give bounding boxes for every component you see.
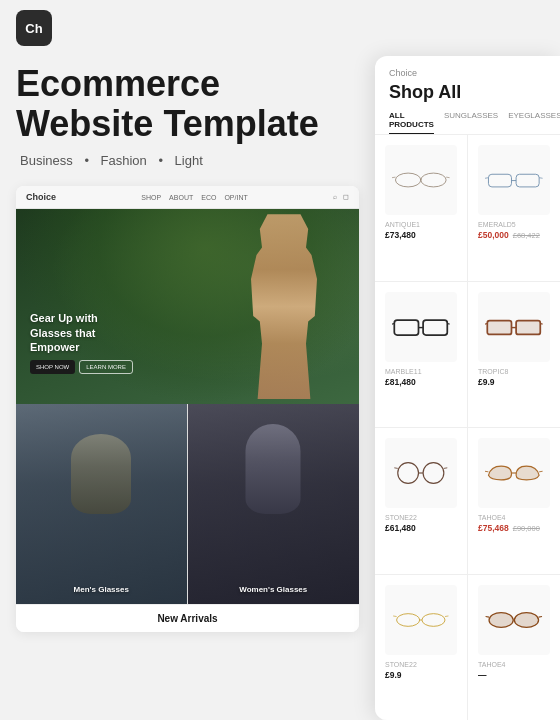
svg-point-29 xyxy=(422,613,445,626)
product-image xyxy=(385,292,457,362)
mens-label: Men's Glasses xyxy=(74,585,129,594)
womens-section[interactable]: Women's Glasses xyxy=(188,404,360,604)
left-panel: EcommerceWebsite Template Business • Fas… xyxy=(0,56,375,720)
preview-bottom-row: Men's Glasses Women's Glasses xyxy=(16,404,359,604)
preview-action-search[interactable]: ⌕ xyxy=(333,193,337,201)
hero-buttons: SHOP NOW LEARN MORE xyxy=(30,360,133,374)
preview-action-bag[interactable]: ◻ xyxy=(343,193,349,201)
preview-nav-about: ABOUT xyxy=(169,194,193,201)
preview-nav-eco: ECO xyxy=(201,194,216,201)
new-arrivals-title: New Arrivals xyxy=(30,613,345,624)
svg-line-24 xyxy=(444,468,447,469)
list-item[interactable]: TAHOE4 £75,468 £90,000 xyxy=(468,428,560,574)
svg-rect-11 xyxy=(423,320,447,335)
product-price-row: £50,000 £68,422 xyxy=(478,230,550,240)
app-logo[interactable]: Ch xyxy=(16,10,52,46)
tab-all-products[interactable]: ALL PRODUCTS xyxy=(389,111,434,134)
svg-line-19 xyxy=(540,323,542,324)
products-grid: ANTIQUE1 £73,480 EMERALD5 xyxy=(375,135,560,720)
svg-line-14 xyxy=(447,323,449,324)
list-item[interactable]: EMERALD5 £50,000 £68,422 xyxy=(468,135,560,281)
svg-point-21 xyxy=(423,463,444,484)
svg-line-9 xyxy=(539,178,542,179)
product-image xyxy=(478,145,550,215)
svg-line-37 xyxy=(539,616,542,617)
list-item[interactable]: ANTIQUE1 £73,480 xyxy=(375,135,467,281)
svg-line-26 xyxy=(485,471,488,472)
product-sale-price: £75,468 xyxy=(478,523,509,533)
preview-hero: Gear Up withGlasses thatEmpower SHOP NOW… xyxy=(16,209,359,404)
svg-line-36 xyxy=(486,616,489,617)
product-price-row: £61,480 xyxy=(385,523,457,533)
mens-section[interactable]: Men's Glasses xyxy=(16,404,188,604)
svg-line-3 xyxy=(392,177,395,178)
list-item[interactable]: TROPIC8 £9.9 xyxy=(468,282,560,428)
tag-sep-1: • xyxy=(84,153,92,168)
svg-line-13 xyxy=(392,323,394,324)
list-item[interactable]: STONE22 £9.9 xyxy=(375,575,467,721)
svg-rect-5 xyxy=(489,174,512,187)
list-item[interactable]: TAHOE4 — xyxy=(468,575,560,721)
product-price-row: £75,468 £90,000 xyxy=(478,523,550,533)
product-price-row: — xyxy=(478,670,550,680)
shop-brand: Choice xyxy=(389,68,546,78)
tag-fashion: Fashion xyxy=(101,153,147,168)
right-panel: Choice Shop All ALL PRODUCTS SUNGLASSES … xyxy=(375,56,560,720)
hero-shop-btn[interactable]: SHOP NOW xyxy=(30,360,75,374)
product-sku: TAHOE4 xyxy=(478,514,550,521)
tab-eyeglasses[interactable]: EYEGLASSES xyxy=(508,111,560,134)
list-item[interactable]: STONE22 £61,480 xyxy=(375,428,467,574)
list-item[interactable]: MARBLE11 £81,480 xyxy=(375,282,467,428)
svg-line-4 xyxy=(446,177,449,178)
preview-footer: New Arrivals xyxy=(16,604,359,632)
product-sku: STONE22 xyxy=(385,661,457,668)
hero-learn-btn[interactable]: LEARN MORE xyxy=(79,360,133,374)
svg-point-1 xyxy=(421,173,446,187)
product-image xyxy=(478,438,550,508)
hero-text: Gear Up withGlasses thatEmpower SHOP NOW… xyxy=(30,311,133,374)
svg-point-34 xyxy=(515,612,539,627)
svg-point-33 xyxy=(489,612,513,627)
product-price-row: £9.9 xyxy=(478,377,550,387)
svg-rect-10 xyxy=(395,320,419,335)
product-price: £9.9 xyxy=(478,377,495,387)
product-price-row: £73,480 xyxy=(385,230,457,240)
shop-title: Shop All xyxy=(389,82,546,103)
product-price: £73,480 xyxy=(385,230,416,240)
svg-point-0 xyxy=(396,173,421,187)
product-image xyxy=(478,585,550,655)
top-bar: Ch xyxy=(0,0,560,56)
product-image xyxy=(385,145,457,215)
product-old-price: £68,422 xyxy=(513,231,540,240)
product-price: £61,480 xyxy=(385,523,416,533)
svg-point-28 xyxy=(397,613,420,626)
preview-brand: Choice xyxy=(26,192,56,202)
svg-line-8 xyxy=(485,178,488,179)
svg-line-18 xyxy=(485,323,487,324)
preview-nav-opint: OP/INT xyxy=(224,194,247,201)
svg-line-23 xyxy=(395,468,398,469)
product-sku: STONE22 xyxy=(385,514,457,521)
womens-label: Women's Glasses xyxy=(239,585,307,594)
product-price: £81,480 xyxy=(385,377,416,387)
svg-rect-6 xyxy=(516,174,539,187)
tab-sunglasses[interactable]: SUNGLASSES xyxy=(444,111,498,134)
preview-nav: SHOP ABOUT ECO OP/INT xyxy=(141,194,247,201)
shop-header: Choice Shop All ALL PRODUCTS SUNGLASSES … xyxy=(375,56,560,135)
product-sale-price: £50,000 xyxy=(478,230,509,240)
main-content: EcommerceWebsite Template Business • Fas… xyxy=(0,56,560,720)
preview-card-header: Choice SHOP ABOUT ECO OP/INT ⌕ ◻ xyxy=(16,186,359,209)
template-title: EcommerceWebsite Template xyxy=(16,64,359,143)
hero-heading: Gear Up withGlasses thatEmpower xyxy=(30,311,133,354)
product-sku: TAHOE4 xyxy=(478,661,550,668)
product-image xyxy=(478,292,550,362)
preview-nav-shop: SHOP xyxy=(141,194,161,201)
product-sku: TROPIC8 xyxy=(478,368,550,375)
svg-line-31 xyxy=(393,615,396,616)
svg-line-32 xyxy=(445,615,448,616)
preview-actions: ⌕ ◻ xyxy=(333,193,349,201)
tag-sep-2: • xyxy=(158,153,166,168)
svg-point-20 xyxy=(398,463,419,484)
template-tags: Business • Fashion • Light xyxy=(16,153,359,168)
product-sku: MARBLE11 xyxy=(385,368,457,375)
